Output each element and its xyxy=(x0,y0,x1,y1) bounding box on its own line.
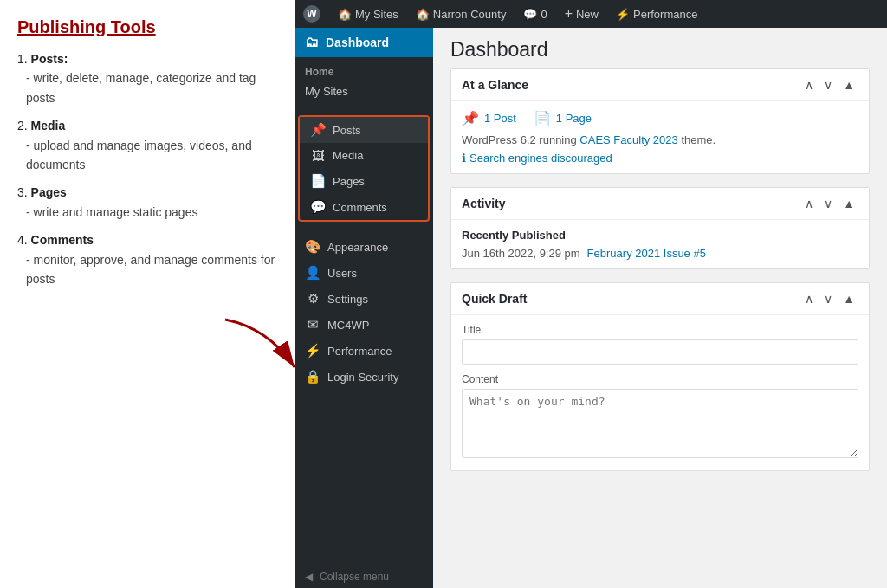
annotation-panel: Publishing Tools 1. Posts: - write, dele… xyxy=(0,0,295,588)
activity-date: Jun 16th 2022, 9:29 pm xyxy=(462,247,580,260)
site-name-button[interactable]: 🏠 Narron County xyxy=(407,0,515,28)
card-controls: ∧ ∨ ▲ xyxy=(801,76,858,94)
my-sites-label: My Sites xyxy=(355,8,398,21)
list-item: 1. Posts: - write, delete, manage, categ… xyxy=(17,49,277,107)
collapse-down-button[interactable]: ∨ xyxy=(820,76,836,94)
home-icon: 🏠 xyxy=(338,8,352,21)
dashboard-label: Dashboard xyxy=(326,36,389,49)
item-number: 3. xyxy=(17,185,31,199)
at-a-glance-title: At a Glance xyxy=(462,78,528,92)
info-icon: ℹ xyxy=(462,152,466,165)
wp-logo-button[interactable]: W xyxy=(295,0,329,28)
activity-down-button[interactable]: ∨ xyxy=(820,195,836,212)
sidebar-item-comments[interactable]: 💬 Comments xyxy=(300,194,428,220)
appearance-label: Appearance xyxy=(327,241,388,254)
post-count-item: 📌 1 Post xyxy=(462,110,516,126)
comments-icon: 💬 xyxy=(523,8,537,21)
sidebar-item-users[interactable]: 👤 Users xyxy=(295,260,433,286)
settings-label: Settings xyxy=(327,293,368,306)
performance-icon: ⚡ xyxy=(616,8,630,21)
item-desc: - upload and manage images, videos, and … xyxy=(26,136,277,175)
page-count-item: 📄 1 Page xyxy=(534,110,592,126)
performance-label: Performance xyxy=(633,8,697,21)
lock-icon: 🔒 xyxy=(305,369,320,384)
posts-icon: 📌 xyxy=(310,122,326,138)
spacer2 xyxy=(295,223,433,234)
collapse-up-button[interactable]: ∧ xyxy=(801,76,817,94)
quick-draft-body: Title Content xyxy=(451,315,869,470)
item-number: 2. xyxy=(17,119,31,132)
site-icon: 🏠 xyxy=(416,8,430,21)
sidebar-item-my-sites[interactable]: My Sites xyxy=(295,80,433,103)
list-item: 4. Comments - monitor, approve, and mana… xyxy=(17,230,277,288)
perf-label: Performance xyxy=(327,345,392,358)
dashboard-icon: 🗂 xyxy=(305,35,319,50)
item-desc: - monitor, approve, and manage comments … xyxy=(26,250,277,289)
at-a-glance-body: 📌 1 Post 📄 1 Page WordPress 6.2 running … xyxy=(451,101,869,173)
users-label: Users xyxy=(327,267,357,280)
new-button[interactable]: + New xyxy=(556,0,607,28)
sidebar-item-appearance[interactable]: 🎨 Appearance xyxy=(295,234,433,260)
glance-counts-row: 📌 1 Post 📄 1 Page xyxy=(462,110,858,126)
list-item: 2. Media - upload and manage images, vid… xyxy=(17,116,277,174)
qd-up-button[interactable]: ∧ xyxy=(801,290,817,307)
publishing-tools-group: 📌 Posts 🖼 Media 📄 Pages 💬 Comments xyxy=(298,115,430,222)
hide-button[interactable]: ▲ xyxy=(839,76,858,94)
content-textarea[interactable] xyxy=(462,389,858,458)
comments-nav-icon: 💬 xyxy=(310,199,326,215)
appearance-icon: 🎨 xyxy=(305,239,320,255)
comments-label: Comments xyxy=(333,201,387,214)
activity-post-link[interactable]: February 2021 Issue #5 xyxy=(587,247,706,260)
arrow-icon xyxy=(217,311,303,380)
sidebar-item-pages[interactable]: 📄 Pages xyxy=(300,168,428,194)
activity-header: Activity ∧ ∨ ▲ xyxy=(451,188,869,220)
sidebar-item-performance[interactable]: ⚡ Performance xyxy=(295,338,433,364)
mc4wp-icon: ✉ xyxy=(305,317,320,333)
sidebar-item-dashboard[interactable]: 🗂 Dashboard xyxy=(295,28,433,57)
settings-icon: ⚙ xyxy=(305,291,320,307)
new-label: New xyxy=(576,8,599,21)
sidebar-home-label: Home xyxy=(295,57,433,80)
activity-hide-button[interactable]: ▲ xyxy=(839,195,858,212)
post-count-link[interactable]: 1 Post xyxy=(484,112,516,125)
quick-draft-title: Quick Draft xyxy=(462,292,527,306)
media-icon: 🖼 xyxy=(310,148,326,163)
sidebar-item-mc4wp[interactable]: ✉ MC4WP xyxy=(295,312,433,338)
quick-draft-header: Quick Draft ∧ ∨ ▲ xyxy=(451,283,869,315)
list-item: 3. Pages - write and manage static pages xyxy=(17,183,277,222)
page-count-link[interactable]: 1 Page xyxy=(556,112,592,125)
search-engines-warning[interactable]: ℹ Search engines discouraged xyxy=(462,152,858,165)
annotation-title: Publishing Tools xyxy=(17,17,277,37)
sidebar-item-settings[interactable]: ⚙ Settings xyxy=(295,286,433,312)
spacer xyxy=(295,103,433,113)
media-label: Media xyxy=(333,149,363,162)
site-name-label: Narron County xyxy=(433,8,507,21)
title-input[interactable] xyxy=(462,339,858,365)
item-title: Comments xyxy=(31,233,94,247)
wp-logo-icon: W xyxy=(303,5,320,23)
activity-up-button[interactable]: ∧ xyxy=(801,195,817,212)
mc4wp-label: MC4WP xyxy=(327,319,369,332)
users-icon: 👤 xyxy=(305,265,320,281)
comments-button[interactable]: 💬 0 xyxy=(515,0,555,28)
activity-card-controls: ∧ ∨ ▲ xyxy=(801,195,858,212)
activity-title: Activity xyxy=(462,197,506,210)
performance-button[interactable]: ⚡ Performance xyxy=(607,0,706,28)
qd-hide-button[interactable]: ▲ xyxy=(839,290,858,307)
page-title: Dashboard xyxy=(450,38,870,61)
item-desc: - write and manage static pages xyxy=(26,203,277,222)
sidebar-item-login-security[interactable]: 🔒 Login Security xyxy=(295,364,433,390)
collapse-icon: ◀ xyxy=(305,571,313,583)
item-title: Media xyxy=(31,119,66,132)
page-header: Dashboard xyxy=(433,28,887,68)
qd-down-button[interactable]: ∨ xyxy=(820,290,836,307)
main-content: Dashboard At a Glance ∧ ∨ ▲ 📌 1 Post xyxy=(433,0,887,588)
sidebar-item-posts[interactable]: 📌 Posts xyxy=(300,117,428,143)
theme-link[interactable]: CAES Faculty 2023 xyxy=(579,133,677,146)
item-number: 4. xyxy=(17,233,31,247)
sidebar-item-media[interactable]: 🖼 Media xyxy=(300,143,428,168)
collapse-menu-button[interactable]: ◀ Collapse menu xyxy=(295,565,433,588)
quick-draft-controls: ∧ ∨ ▲ xyxy=(801,290,858,307)
activity-card: Activity ∧ ∨ ▲ Recently Published Jun 16… xyxy=(450,187,870,269)
my-sites-button[interactable]: 🏠 My Sites xyxy=(329,0,407,28)
